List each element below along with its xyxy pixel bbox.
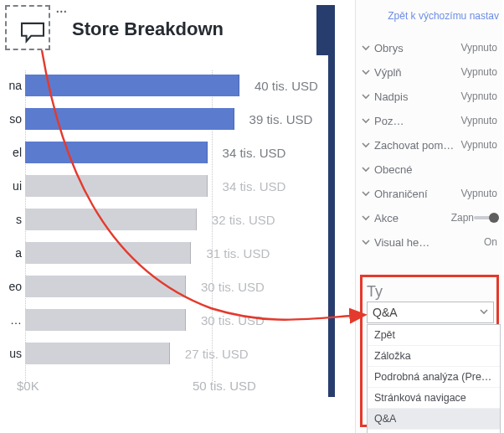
bar-rect[interactable] <box>25 142 208 163</box>
dropdown-label: Ty <box>367 283 383 301</box>
format-section-label: Akce <box>374 212 451 224</box>
bar-row: eo30 tis. USD <box>0 270 335 303</box>
format-section-8[interactable]: Visual he…On <box>356 229 502 254</box>
bar-category-label: s <box>0 213 22 226</box>
format-section-3[interactable]: Poz…Vypnuto <box>356 108 502 132</box>
format-section-label: Zachovat pom… <box>374 139 460 152</box>
format-section-label: Visual he… <box>374 236 484 249</box>
format-section-2[interactable]: NadpisVypnuto <box>356 84 502 108</box>
dropdown-option[interactable]: Webová URL <box>368 430 500 433</box>
chevron-down-icon <box>359 114 373 127</box>
chevron-down-icon <box>359 162 373 176</box>
bar-row: ui34 tis. USD <box>0 169 335 203</box>
visual-header-more-icon[interactable]: ··· <box>55 2 67 18</box>
chevron-down-icon <box>359 138 373 152</box>
format-section-7[interactable]: AkceZapn <box>356 205 502 229</box>
bar-category-label: na <box>0 79 22 92</box>
bar-chart: na40 tis. USDso39 tis. USDel34 tis. USDu… <box>0 69 335 370</box>
bar-rect[interactable] <box>25 276 186 297</box>
chevron-down-icon <box>359 187 373 200</box>
format-section-label: Ohraničení <box>374 188 460 200</box>
format-section-1[interactable]: VýplňVypnuto <box>356 59 502 84</box>
bar-row: na40 tis. USD <box>0 69 335 102</box>
bar-rect[interactable] <box>25 242 191 264</box>
bar-value-label: 34 tis. USD <box>223 146 286 160</box>
bar-value-label: 30 tis. USD <box>201 280 265 294</box>
x-axis-tick: $0K <box>17 379 39 393</box>
format-section-5[interactable]: Obecné <box>356 157 502 181</box>
bar-rect[interactable] <box>25 309 186 331</box>
action-type-dropdown[interactable]: Q&A <box>367 302 494 323</box>
bar-rect[interactable] <box>25 343 170 364</box>
bar-category-label: el <box>0 146 22 159</box>
dropdown-option[interactable]: Q&A <box>368 409 500 430</box>
format-section-6[interactable]: OhraničeníVypnuto <box>356 181 502 205</box>
bar-value-label: 32 tis. USD <box>212 213 275 227</box>
format-section-state: Vypnuto <box>460 42 497 54</box>
dropdown-listbox: ZpětZáložkaPodrobná analýza (Preview)Str… <box>367 324 501 433</box>
format-section-state: Vypnuto <box>460 115 497 126</box>
format-section-state: Vypnuto <box>460 188 497 199</box>
selected-visual-marquee[interactable] <box>5 5 50 50</box>
x-axis-tick: 50 tis. USD <box>193 379 256 393</box>
chevron-down-icon <box>359 90 373 103</box>
format-section-0[interactable]: ObrysVypnuto <box>356 35 502 59</box>
bar-value-label: 30 tis. USD <box>201 313 265 327</box>
dropdown-option[interactable]: Záložka <box>368 346 500 367</box>
chevron-down-icon <box>359 41 373 54</box>
format-section-label: Nadpis <box>374 90 460 103</box>
bar-row: el34 tis. USD <box>0 136 335 169</box>
format-section-state: Zapn <box>451 212 474 224</box>
format-section-label: Výplň <box>374 66 460 79</box>
dropdown-option[interactable]: Podrobná analýza (Preview) <box>368 367 500 388</box>
dropdown-selected-value: Q&A <box>373 306 398 319</box>
visual-canvas: ··· Store Breakdown na40 tis. USDso39 ti… <box>0 0 355 433</box>
format-section-state: Vypnuto <box>460 90 497 102</box>
bar-value-label: 34 tis. USD <box>223 179 286 193</box>
format-section-4[interactable]: Zachovat pom…Vypnuto <box>356 132 502 157</box>
chevron-down-icon <box>359 65 373 79</box>
bar-row: us27 tis. USD <box>0 337 335 370</box>
report-page-edge <box>316 5 335 55</box>
bar-value-label: 31 tis. USD <box>206 246 270 260</box>
bar-rect[interactable] <box>25 209 197 230</box>
format-section-label: Poz… <box>374 115 460 127</box>
bar-row: so39 tis. USD <box>0 102 335 136</box>
format-section-state: Vypnuto <box>460 66 497 78</box>
bar-category-label: a <box>0 246 22 260</box>
format-section-label: Obecné <box>374 163 497 176</box>
bar-rect[interactable] <box>25 75 239 96</box>
chevron-down-icon <box>359 235 373 249</box>
chart-title: Store Breakdown <box>72 18 224 40</box>
bar-category-label: so <box>0 112 22 126</box>
format-section-label: Obrys <box>374 42 460 54</box>
bar-rect[interactable] <box>25 108 234 130</box>
bar-category-label: eo <box>0 280 22 293</box>
bar-rect[interactable] <box>25 175 208 197</box>
bar-row: …30 tis. USD <box>0 303 335 337</box>
bar-value-label: 40 tis. USD <box>255 79 318 93</box>
bar-category-label: us <box>0 347 22 360</box>
bar-row: s32 tis. USD <box>0 203 335 236</box>
format-section-state: Vypnuto <box>460 139 497 151</box>
chevron-down-icon <box>359 211 373 224</box>
chevron-down-icon <box>480 307 488 318</box>
bar-value-label: 39 tis. USD <box>249 112 313 126</box>
bar-category-label: … <box>0 313 22 327</box>
bar-row: a31 tis. USD <box>0 236 335 270</box>
dropdown-option[interactable]: Stránková navigace <box>368 388 500 409</box>
format-section-state: On <box>484 236 497 248</box>
bar-value-label: 27 tis. USD <box>185 347 249 361</box>
chat-bubble-icon <box>20 22 45 46</box>
dropdown-option[interactable]: Zpět <box>368 325 500 346</box>
reset-to-default-link[interactable]: Zpět k výchozímu nastav <box>388 10 499 22</box>
format-panel-sections: ObrysVypnutoVýplňVypnutoNadpisVypnutoPoz… <box>356 35 502 254</box>
toggle-switch[interactable] <box>474 213 497 223</box>
bar-category-label: ui <box>0 179 22 193</box>
